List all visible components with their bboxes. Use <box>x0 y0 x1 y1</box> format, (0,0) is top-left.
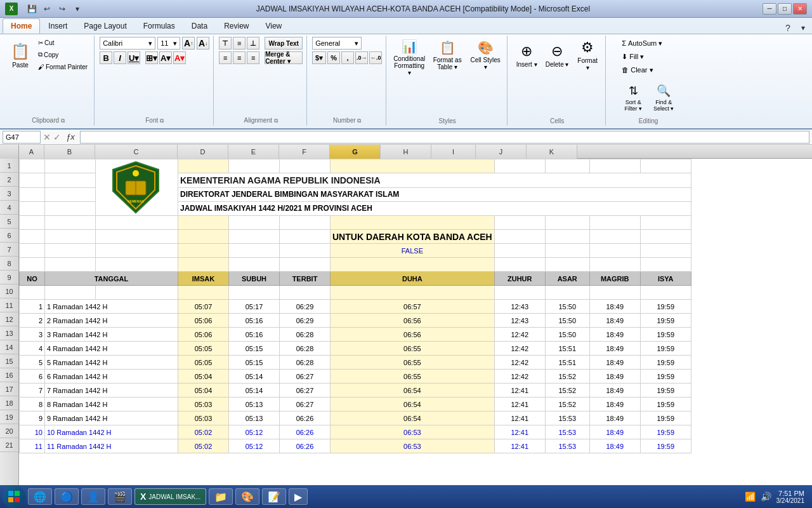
cell-F16[interactable]: 06:27 <box>280 370 331 384</box>
cell-A7[interactable] <box>20 244 45 258</box>
taskbar-paint[interactable]: 🎨 <box>235 488 259 505</box>
cell-A11[interactable]: 1 <box>20 300 45 314</box>
cell-A3[interactable] <box>20 187 45 201</box>
cell-B2[interactable] <box>45 173 96 187</box>
cell-B18[interactable]: 8 Ramadan 1442 H <box>45 398 178 411</box>
autosum-button[interactable]: Σ AutoSum ▾ <box>619 37 665 50</box>
cell-G5[interactable] <box>331 216 495 230</box>
cell-E10[interactable] <box>229 286 280 300</box>
cell-D11[interactable]: 05:07 <box>178 300 229 314</box>
sort-filter-button[interactable]: ⇅ Sort & Filter ▾ <box>619 79 647 116</box>
row-num-3[interactable]: 3 <box>0 187 18 201</box>
cell-G6[interactable]: UNTUK DAERAH KOTA BANDA ACEH <box>331 230 495 244</box>
cell-I13[interactable]: 15:50 <box>545 328 589 342</box>
cell-G13[interactable]: 06:56 <box>331 328 495 342</box>
cell-E21[interactable]: 05:12 <box>229 439 280 453</box>
paste-button[interactable]: 📋 Paste <box>6 37 34 74</box>
quick-access-redo[interactable]: ↪ <box>56 3 69 15</box>
col-header-H[interactable]: H <box>381 145 431 159</box>
close-button[interactable]: ✕ <box>793 3 807 15</box>
start-button[interactable] <box>3 485 25 508</box>
cell-E11[interactable]: 05:17 <box>229 300 280 314</box>
cell-D10[interactable] <box>178 286 229 300</box>
cell-B20[interactable]: 10 Ramadan 1442 H <box>45 425 178 439</box>
cell-K7[interactable] <box>640 244 691 258</box>
cell-D19[interactable]: 05:03 <box>178 411 229 425</box>
increase-font-size-button[interactable]: A↑ <box>182 37 195 50</box>
cell-I9[interactable]: ASAR <box>545 272 589 286</box>
row-num-1[interactable]: 1 <box>0 159 18 173</box>
cell-D9[interactable]: IMSAK <box>178 272 229 286</box>
comma-button[interactable]: , <box>341 51 354 64</box>
taskbar-video[interactable]: 🎬 <box>108 488 132 505</box>
cell-C8[interactable] <box>96 258 178 272</box>
find-select-button[interactable]: 🔍 Find & Select ▾ <box>650 79 678 116</box>
cell-F7[interactable] <box>280 244 331 258</box>
bold-button[interactable]: B <box>100 51 112 64</box>
cell-G20[interactable]: 06:53 <box>331 425 495 439</box>
cell-I18[interactable]: 15:52 <box>545 398 589 411</box>
cell-E9[interactable]: SUBUH <box>229 272 280 286</box>
cell-H11[interactable]: 12:43 <box>494 300 545 314</box>
cell-I6[interactable] <box>545 230 589 244</box>
cell-G11[interactable]: 06:57 <box>331 300 495 314</box>
cell-K18[interactable]: 19:59 <box>640 398 691 411</box>
cell-G19[interactable]: 06:54 <box>331 411 495 425</box>
col-header-I[interactable]: I <box>431 145 476 159</box>
cell-styles-button[interactable]: 🎨 Cell Styles ▾ <box>468 37 503 74</box>
cell-D6[interactable] <box>178 230 229 244</box>
cell-J5[interactable] <box>589 216 640 230</box>
cell-E12[interactable]: 05:16 <box>229 314 280 328</box>
cell-D12[interactable]: 05:06 <box>178 314 229 328</box>
cell-H1[interactable] <box>494 159 545 173</box>
cell-I1[interactable] <box>545 159 589 173</box>
formula-cancel-icon[interactable]: ✕ <box>43 132 51 142</box>
format-button[interactable]: ⚙ Format ▾ <box>573 37 601 74</box>
cell-K13[interactable]: 19:59 <box>640 328 691 342</box>
cell-F1[interactable] <box>280 159 331 173</box>
row-num-13[interactable]: 13 <box>0 326 18 340</box>
cell-A4[interactable] <box>20 201 45 215</box>
cell-B4[interactable] <box>45 201 96 215</box>
delete-button[interactable]: ⊖ Delete ▾ <box>543 37 571 74</box>
cell-B11[interactable]: 1 Ramadan 1442 H <box>45 300 178 314</box>
cell-K5[interactable] <box>640 216 691 230</box>
cell-K14[interactable]: 19:59 <box>640 342 691 356</box>
cell-B3[interactable] <box>45 187 96 201</box>
cell-H12[interactable]: 12:43 <box>494 314 545 328</box>
border-button[interactable]: ⊞▾ <box>145 51 158 64</box>
italic-button[interactable]: I <box>114 51 126 64</box>
cell-J19[interactable]: 18:49 <box>589 411 640 425</box>
cell-H9[interactable]: ZUHUR <box>494 272 545 286</box>
cell-F10[interactable] <box>280 286 331 300</box>
cell-K19[interactable]: 19:59 <box>640 411 691 425</box>
cell-G17[interactable]: 06:54 <box>331 384 495 398</box>
decrease-font-size-button[interactable]: A↓ <box>197 37 209 50</box>
cell-F17[interactable]: 06:27 <box>280 384 331 398</box>
underline-button[interactable]: U▾ <box>128 51 140 64</box>
row-num-5[interactable]: 5 <box>0 215 18 229</box>
cell-J7[interactable] <box>589 244 640 258</box>
cell-D5[interactable] <box>178 216 229 230</box>
cell-D1[interactable] <box>178 159 229 173</box>
cell-E18[interactable]: 05:13 <box>229 398 280 411</box>
cell-I21[interactable]: 15:53 <box>545 439 589 453</box>
cell-A13[interactable]: 3 <box>20 328 45 342</box>
cell-H8[interactable] <box>494 258 545 272</box>
cell-H10[interactable] <box>494 286 545 300</box>
cell-B17[interactable]: 7 Ramadan 1442 H <box>45 384 178 398</box>
font-name-selector[interactable]: Calibri ▾ <box>100 37 155 50</box>
cell-J9[interactable]: MAGRIB <box>589 272 640 286</box>
quick-access-undo[interactable]: ↩ <box>41 3 53 15</box>
restore-button[interactable]: □ <box>778 3 792 15</box>
cell-D8[interactable] <box>178 258 229 272</box>
cell-D15[interactable]: 05:05 <box>178 356 229 370</box>
cell-F18[interactable]: 06:27 <box>280 398 331 411</box>
cell-H13[interactable]: 12:42 <box>494 328 545 342</box>
cell-B21[interactable]: 11 Ramadan 1442 H <box>45 439 178 453</box>
cell-D20[interactable]: 05:02 <box>178 425 229 439</box>
cell-A19[interactable]: 9 <box>20 411 45 425</box>
cell-B5[interactable] <box>45 216 96 230</box>
cell-A2[interactable] <box>20 173 45 187</box>
cell-F11[interactable]: 06:29 <box>280 300 331 314</box>
